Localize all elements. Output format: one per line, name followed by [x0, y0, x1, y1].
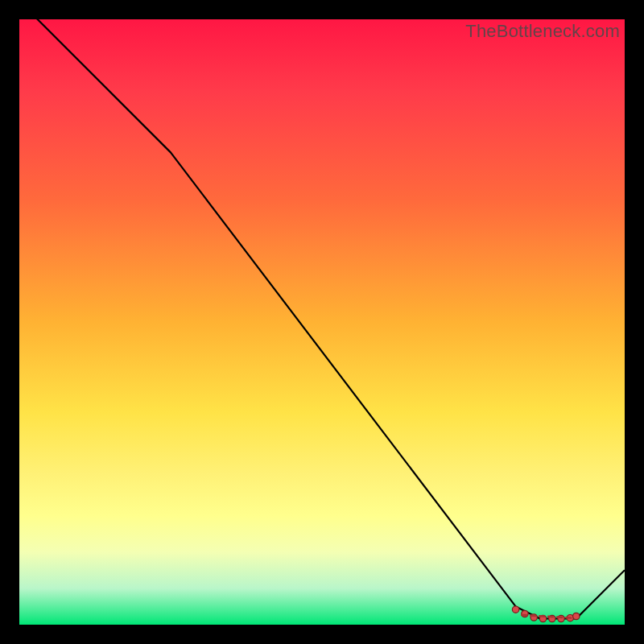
flat-region-marker [512, 606, 518, 613]
watermark-text: TheBottleneck.com [465, 21, 620, 42]
flat-region-marker [573, 613, 580, 619]
curve-path [19, 19, 625, 618]
flat-region-dash [522, 615, 573, 618]
chart-area: TheBottleneck.com [19, 19, 625, 625]
line-plot [19, 19, 625, 625]
